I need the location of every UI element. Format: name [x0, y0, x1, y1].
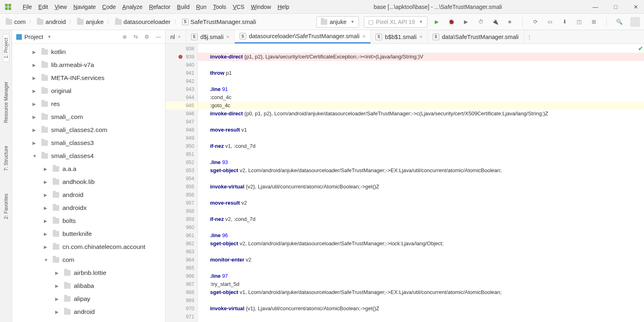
tree-item[interactable]: ▶META-INF.services [12, 71, 165, 84]
menu-edit[interactable]: Edit [35, 2, 52, 12]
expand-icon[interactable]: ▶ [44, 231, 49, 237]
line-number[interactable]: 955 [165, 183, 197, 191]
expand-icon[interactable]: ▶ [44, 205, 49, 211]
line-number[interactable]: 954 [165, 175, 197, 183]
line-number[interactable]: 958 [165, 207, 197, 215]
tree-item[interactable]: ▼smali_classes4 [12, 149, 165, 162]
expand-icon[interactable]: ▶ [55, 283, 61, 289]
menu-navigate[interactable]: Navigate [70, 2, 99, 12]
tree-item[interactable]: ▶res [12, 97, 165, 110]
code-line[interactable]: .line 93 [198, 158, 644, 166]
tree-item[interactable]: ▶bolts [12, 214, 165, 227]
profile-icon[interactable]: ⏱ [477, 18, 484, 26]
line-number[interactable]: 963 [165, 248, 197, 256]
line-number[interactable]: 945 [165, 102, 197, 110]
line-number[interactable]: 943 [165, 85, 197, 93]
expand-icon[interactable]: ▶ [55, 270, 61, 276]
line-number[interactable]: 946 [165, 110, 197, 118]
line-number[interactable]: 951 [165, 150, 197, 158]
line-number[interactable]: 949 [165, 134, 197, 142]
line-number[interactable]: 965 [165, 264, 197, 272]
code-line[interactable] [198, 45, 644, 53]
collapse-icon[interactable]: — [156, 34, 161, 40]
close-button[interactable]: ✕ [632, 4, 640, 10]
menu-refactor[interactable]: Refactor [146, 2, 174, 12]
line-gutter[interactable]: 9389399409419429439449459469479489499509… [165, 44, 198, 322]
line-number[interactable]: 961 [165, 231, 197, 240]
line-number[interactable]: 962 [165, 240, 197, 248]
expand-icon[interactable]: ▼ [32, 153, 38, 158]
expand-icon[interactable]: ▶ [32, 140, 38, 146]
menu-window[interactable]: Window [248, 2, 275, 12]
code-line[interactable]: sget-object v1, Lcom/android/anjuke/data… [198, 288, 644, 296]
code-line[interactable]: invoke-virtual {v2}, Ljava/util/concurre… [198, 183, 644, 191]
debug-icon[interactable]: 🐞 [448, 18, 455, 26]
code-line[interactable]: .line 91 [198, 85, 644, 93]
code-line[interactable]: invoke-direct {p1, p2}, Ljava/security/c… [198, 53, 644, 61]
menu-code[interactable]: Code [99, 2, 119, 12]
code-line[interactable]: invoke-virtual {v1}, Ljava/util/concurre… [198, 305, 644, 313]
expand-icon[interactable]: ▶ [32, 102, 38, 107]
side-tab-resource-manager[interactable]: Resource Manager [3, 78, 9, 126]
expand-icon[interactable]: ▶ [32, 128, 38, 133]
line-number[interactable]: 964 [165, 256, 197, 264]
line-number[interactable]: 948 [165, 126, 197, 134]
minimize-button[interactable]: — [591, 4, 599, 10]
close-tab-icon[interactable]: × [178, 34, 181, 40]
maximize-button[interactable]: □ [612, 4, 620, 10]
gear-icon[interactable]: ⚙ [144, 34, 149, 40]
split-icon[interactable]: ⇆ [133, 34, 138, 40]
tree-item[interactable]: ▶smali_classes3 [12, 136, 165, 149]
sdk-icon[interactable]: ⬇ [561, 18, 568, 26]
code-line[interactable] [198, 264, 644, 272]
tree-item[interactable]: ▶lib.armeabi-v7a [12, 58, 165, 71]
run-icon[interactable]: ▶ [433, 18, 440, 26]
tree-item[interactable]: ▶kotlin [12, 45, 165, 58]
code-line[interactable] [198, 248, 644, 256]
line-number[interactable]: 959 [165, 215, 197, 223]
expand-icon[interactable]: ▼ [44, 257, 49, 262]
module-selector[interactable]: anjuke ▼ [316, 16, 359, 28]
editor-tab[interactable]: Sd$j.smali× [186, 30, 235, 43]
code-line[interactable] [198, 191, 644, 199]
expand-icon[interactable]: ▶ [32, 76, 38, 81]
expand-icon[interactable]: ▶ [32, 50, 38, 55]
line-number[interactable]: 944 [165, 93, 197, 102]
side-tab-favorites[interactable]: 2: Favorites [3, 190, 9, 223]
tree-item[interactable]: ▶android [12, 188, 165, 201]
target-icon[interactable]: ⊕ [122, 34, 127, 40]
tree-item[interactable]: ▶alibaba [12, 279, 165, 292]
side-tab-structure[interactable]: 7: Structure [3, 143, 9, 174]
line-number[interactable]: 956 [165, 191, 197, 199]
code-line[interactable] [198, 118, 644, 126]
line-number[interactable]: 969 [165, 296, 197, 305]
code-line[interactable] [198, 175, 644, 183]
code-line[interactable]: :cond_4c [198, 93, 644, 102]
expand-icon[interactable]: ▶ [32, 115, 38, 120]
line-number[interactable]: 953 [165, 166, 197, 175]
code-line[interactable] [198, 150, 644, 158]
code-line[interactable]: move-result v2 [198, 199, 644, 207]
line-number[interactable]: 966 [165, 272, 197, 280]
tree-item[interactable]: ▶butterknife [12, 227, 165, 240]
avatar-icon[interactable] [630, 17, 640, 27]
code-line[interactable] [198, 77, 644, 85]
menu-tools[interactable]: Tools [210, 2, 230, 12]
code-line[interactable]: move-result v1 [198, 126, 644, 134]
code-line[interactable]: invoke-direct {p0, p1, p2}, Lcom/android… [198, 110, 644, 118]
tree-item[interactable]: ▶a.a.a [12, 162, 165, 175]
code-line[interactable] [198, 223, 644, 231]
code-line[interactable]: monitor-enter v2 [198, 256, 644, 264]
code-line[interactable] [198, 313, 644, 321]
line-number[interactable]: 938 [165, 45, 197, 53]
code-line[interactable]: if-nez v2, :cond_7d [198, 215, 644, 223]
code-line[interactable]: :goto_4c [198, 102, 644, 110]
line-number[interactable]: 940 [165, 61, 197, 69]
line-number[interactable]: 952 [165, 158, 197, 166]
stop-icon[interactable]: ■ [506, 18, 513, 26]
expand-icon[interactable]: ▶ [32, 63, 38, 68]
breadcrumb-item[interactable]: anjuke [75, 17, 105, 26]
menu-help[interactable]: Help [274, 2, 292, 12]
editor-tab[interactable]: Sb$b$1.smali× [371, 30, 428, 43]
line-number[interactable]: 942 [165, 77, 197, 85]
